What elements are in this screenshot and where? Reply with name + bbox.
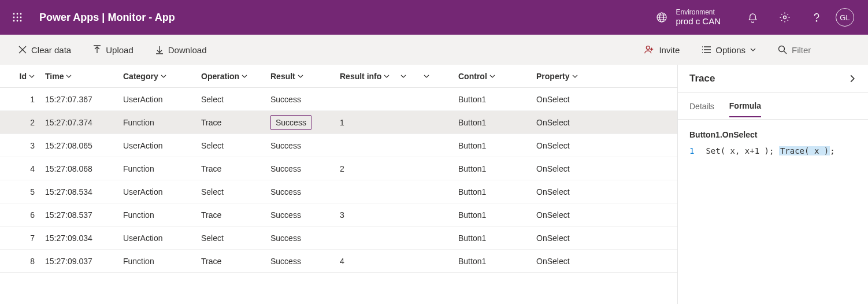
- chevron-down-icon: [489, 73, 495, 79]
- waffle-icon: [13, 13, 22, 22]
- side-panel-header: Trace: [678, 65, 868, 93]
- environment-label: Environment: [676, 8, 721, 16]
- chevron-down-icon: [298, 73, 303, 79]
- chevron-down-icon: [400, 73, 406, 79]
- filter-input-group[interactable]: [773, 42, 854, 58]
- chevron-down-icon: [242, 73, 247, 79]
- svg-point-7: [17, 20, 18, 22]
- table-row[interactable]: 115:27:07.367UserActionSelectSuccessButt…: [0, 88, 677, 111]
- column-header-id[interactable]: Id: [5, 72, 35, 81]
- column-header-result[interactable]: Result: [270, 72, 340, 81]
- line-number: 1: [689, 146, 694, 155]
- svg-point-12: [816, 21, 817, 21]
- invite-icon: [644, 45, 654, 55]
- column-header-blank-1[interactable]: [400, 73, 424, 79]
- svg-point-2: [20, 13, 22, 15]
- table-row[interactable]: 815:27:09.037FunctionTraceSuccess4Button…: [0, 250, 677, 273]
- column-header-category[interactable]: Category: [123, 72, 201, 81]
- upload-icon: [93, 45, 101, 54]
- download-icon: [155, 45, 164, 54]
- environment-picker[interactable]: Environment prod c CAN: [646, 8, 731, 27]
- svg-point-3: [13, 17, 15, 18]
- grid-header-row: Id Time Category Operation Result Result…: [0, 65, 677, 88]
- settings-button[interactable]: [769, 0, 800, 35]
- app-launcher-button[interactable]: [7, 7, 28, 28]
- clear-data-label: Clear data: [31, 45, 71, 55]
- table-row[interactable]: 515:27:08.534UserActionSelectSuccessButt…: [0, 180, 677, 203]
- tab-formula[interactable]: Formula: [729, 95, 761, 117]
- invite-button[interactable]: Invite: [639, 41, 684, 58]
- toolbar: Clear data Upload Download Invite Option…: [0, 35, 868, 65]
- column-header-blank-2[interactable]: [424, 73, 458, 79]
- side-panel: Trace Details Formula Button1.OnSelect 1…: [677, 65, 868, 304]
- notifications-button[interactable]: [737, 0, 769, 35]
- formula-body: Button1.OnSelect 1 Set( x, x+1 ); Trace(…: [678, 120, 868, 166]
- main-content: Id Time Category Operation Result Result…: [0, 65, 868, 304]
- user-avatar[interactable]: GL: [836, 8, 854, 27]
- chevron-down-icon: [572, 73, 578, 79]
- help-icon: [811, 12, 822, 23]
- svg-point-6: [13, 20, 15, 22]
- code-text: Set( x, x+1 ); Trace( x );: [706, 146, 834, 155]
- gear-icon: [779, 12, 791, 23]
- column-header-property[interactable]: Property: [536, 72, 614, 81]
- table-row[interactable]: 415:27:08.068FunctionTraceSuccess2Button…: [0, 157, 677, 180]
- chevron-down-icon: [161, 73, 166, 79]
- svg-point-14: [779, 46, 785, 52]
- chevron-down-icon: [424, 73, 429, 79]
- formula-title: Button1.OnSelect: [689, 130, 856, 139]
- column-header-control[interactable]: Control: [458, 72, 536, 81]
- column-header-operation[interactable]: Operation: [201, 72, 270, 81]
- filter-input[interactable]: [792, 45, 850, 55]
- close-icon: [18, 46, 27, 54]
- table-row[interactable]: 715:27:09.034UserActionSelectSuccessButt…: [0, 227, 677, 250]
- svg-point-1: [17, 13, 18, 15]
- search-icon: [778, 45, 787, 54]
- help-button[interactable]: [800, 0, 832, 35]
- svg-point-4: [17, 17, 18, 18]
- column-header-result-info[interactable]: Result info: [340, 72, 400, 81]
- list-icon: [702, 46, 711, 54]
- app-title: Power Apps | Monitor - App: [39, 12, 175, 24]
- bell-icon: [747, 12, 758, 23]
- upload-label: Upload: [106, 45, 133, 55]
- download-label: Download: [168, 45, 207, 55]
- events-grid: Id Time Category Operation Result Result…: [0, 65, 677, 304]
- chevron-down-icon: [750, 47, 756, 53]
- chevron-down-icon: [384, 73, 390, 79]
- chevron-down-icon: [66, 73, 72, 79]
- table-row[interactable]: 615:27:08.537FunctionTraceSuccess3Button…: [0, 203, 677, 227]
- app-header: Power Apps | Monitor - App Environment p…: [0, 0, 868, 35]
- options-label: Options: [715, 45, 745, 55]
- table-row[interactable]: 315:27:08.065UserActionSelectSuccessButt…: [0, 134, 677, 157]
- chevron-down-icon: [29, 73, 35, 79]
- formula-code: 1 Set( x, x+1 ); Trace( x );: [689, 146, 856, 155]
- table-row[interactable]: 215:27:07.374FunctionTraceSuccess1Button…: [0, 111, 677, 134]
- svg-point-11: [783, 16, 786, 19]
- invite-label: Invite: [659, 45, 680, 55]
- side-panel-title: Trace: [689, 73, 715, 84]
- environment-name: prod c CAN: [676, 16, 721, 27]
- clear-data-button[interactable]: Clear data: [14, 42, 76, 58]
- tab-details[interactable]: Details: [689, 96, 714, 117]
- column-header-time[interactable]: Time: [45, 72, 123, 81]
- side-panel-tabs: Details Formula: [678, 93, 868, 120]
- svg-point-0: [13, 13, 15, 15]
- options-button[interactable]: Options: [697, 42, 761, 58]
- globe-icon: [656, 12, 667, 23]
- download-button[interactable]: Download: [151, 42, 212, 58]
- code-highlight: Trace( x ): [779, 146, 830, 155]
- svg-point-8: [20, 20, 22, 22]
- upload-button[interactable]: Upload: [88, 42, 138, 58]
- chevron-right-icon[interactable]: [848, 75, 856, 83]
- svg-point-5: [20, 17, 22, 18]
- svg-point-13: [647, 46, 650, 50]
